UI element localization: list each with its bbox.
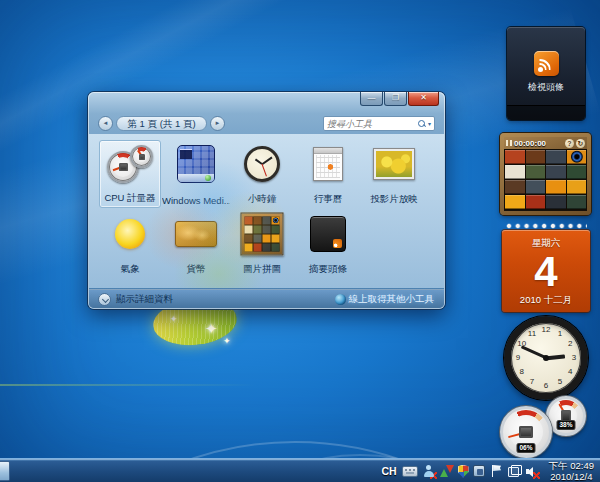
clock-numeral: 4 [565,367,575,376]
puzzle-tile[interactable] [546,165,566,179]
calendar-gadget[interactable]: 星期六 4 2010 十二月 [502,222,590,312]
gallery-item-media-center[interactable]: Windows Medi... [165,140,227,208]
back-button[interactable]: ◄ [98,116,113,131]
search-box[interactable]: ▾ [323,116,435,131]
search-icon [418,120,426,128]
window-switcher-icon[interactable] [507,464,521,478]
gallery-item-slideshow[interactable]: 投影片放映 [363,140,425,208]
puzzle-tile [272,235,280,243]
memory-value: 38% [556,420,575,430]
cpu-meter-icon [107,145,153,185]
get-more-gadgets-link[interactable]: 線上取得其他小工具 [335,293,435,306]
maximize-button[interactable]: ❐ [384,92,407,106]
puzzle-tile [245,235,253,243]
taskbar[interactable]: CH 下午 02:49 2010/12/4 [0,458,600,482]
language-indicator[interactable]: CH [380,465,397,477]
puzzle-tile[interactable] [567,165,587,179]
gadget-list: CPU 計量器 Windows Medi... 小時鐘 行事曆 投影片放映 [89,134,444,288]
gallery-item-cpu-meter[interactable]: CPU 計量器 [99,140,161,208]
puzzle-tile [254,235,262,243]
puzzle-tile[interactable] [567,150,587,164]
clock-gadget[interactable]: 123456789101112 [504,316,588,400]
puzzle-tile[interactable] [526,150,546,164]
action-center-flag-icon[interactable] [489,464,503,478]
feed-viewer-gadget[interactable]: 檢視頭條 [507,27,585,120]
gallery-item-picture-puzzle[interactable]: 圖片拼圖 [231,210,293,278]
feed-viewer-footer [507,105,585,120]
gadget-label: 行事曆 [294,193,362,206]
puzzle-tile[interactable] [526,165,546,179]
clock-numeral: 8 [517,367,527,376]
puzzle-tile[interactable] [567,180,587,194]
gadget-label: 摘要頭條 [294,263,362,276]
get-more-gadgets-label[interactable]: 線上取得其他小工具 [349,293,435,306]
sparkle-icon: ✦ [205,320,218,338]
puzzle-tile[interactable] [505,150,525,164]
puzzle-tile[interactable] [546,150,566,164]
volume-muted-icon[interactable] [525,464,539,478]
cpu-meter-gadget[interactable]: 38% 06% [498,396,596,458]
feed-viewer-label: 檢視頭條 [507,81,585,94]
close-button[interactable]: ✕ [408,92,439,106]
taskbar-time: 下午 02:49 [549,460,594,471]
calendar-day: 4 [502,250,590,294]
puzzle-tile[interactable] [505,165,525,179]
clock-numeral: 7 [527,377,537,386]
puzzle-shuffle-button[interactable]: ↻ [576,139,585,148]
program-tray-icon[interactable] [473,465,485,477]
network-activity-icon[interactable] [440,464,454,478]
user-offline-icon[interactable] [422,464,436,478]
puzzle-tile[interactable] [567,195,587,209]
pause-icon[interactable] [506,140,512,146]
puzzle-tile[interactable] [546,195,566,209]
clock-numeral: 3 [569,353,579,362]
memory-gauge: 38% [546,396,586,436]
puzzle-tile [263,217,271,225]
gallery-item-calendar[interactable]: 行事曆 [297,140,359,208]
puzzle-tile[interactable] [526,180,546,194]
puzzle-tile[interactable] [526,195,546,209]
system-tray: CH 下午 02:49 2010/12/4 [380,459,598,482]
minimize-button[interactable]: — [360,92,383,106]
taskbar-button-partial[interactable] [0,461,10,481]
puzzle-tiles[interactable] [504,149,587,210]
calendar-icon [313,147,343,181]
clock-icon [244,146,280,182]
puzzle-tile [245,217,253,225]
clock-center-cap [543,355,549,361]
puzzle-tiles-small [245,217,280,252]
gallery-item-feed-headlines[interactable]: 摘要頭條 [297,210,359,278]
puzzle-tile [245,244,253,252]
puzzle-tile[interactable] [505,180,525,194]
puzzle-tile [263,235,271,243]
forward-button[interactable]: ► [210,116,225,131]
puzzle-tile [272,244,280,252]
security-shield-icon[interactable] [458,465,469,478]
gadget-label: 貨幣 [162,263,230,276]
search-dropdown-icon[interactable]: ▾ [428,120,431,127]
show-details-label[interactable]: 顯示詳細資料 [116,293,173,306]
taskbar-clock[interactable]: 下午 02:49 2010/12/4 [543,460,598,482]
sparkle-icon: ✦ [170,314,178,324]
show-details-button[interactable] [98,293,111,306]
puzzle-tile [254,244,262,252]
gallery-item-clock[interactable]: 小時鐘 [231,140,293,208]
puzzle-tile[interactable] [546,180,566,194]
picture-puzzle-gadget[interactable]: 00:00:00 ? ↻ [500,133,591,215]
search-input[interactable] [324,119,418,129]
puzzle-tile [272,217,280,225]
cpu-gauge: 06% [500,406,552,458]
light-streak [0,384,255,386]
puzzle-tile [272,226,280,234]
rss-icon [534,51,559,76]
gallery-item-weather[interactable]: 氣象 [99,210,161,278]
keyboard-icon[interactable] [402,466,418,477]
gadget-label: 小時鐘 [228,193,296,206]
calendar-month: 2010 十二月 [502,294,590,307]
gadget-label: 氣象 [96,263,164,276]
slideshow-icon [373,148,415,180]
navigation-bar: ◄ 第 1 頁 (共 1 頁) ► ▾ [88,115,445,133]
puzzle-help-button[interactable]: ? [565,139,574,148]
puzzle-tile[interactable] [505,195,525,209]
gallery-item-currency[interactable]: 貨幣 [165,210,227,278]
